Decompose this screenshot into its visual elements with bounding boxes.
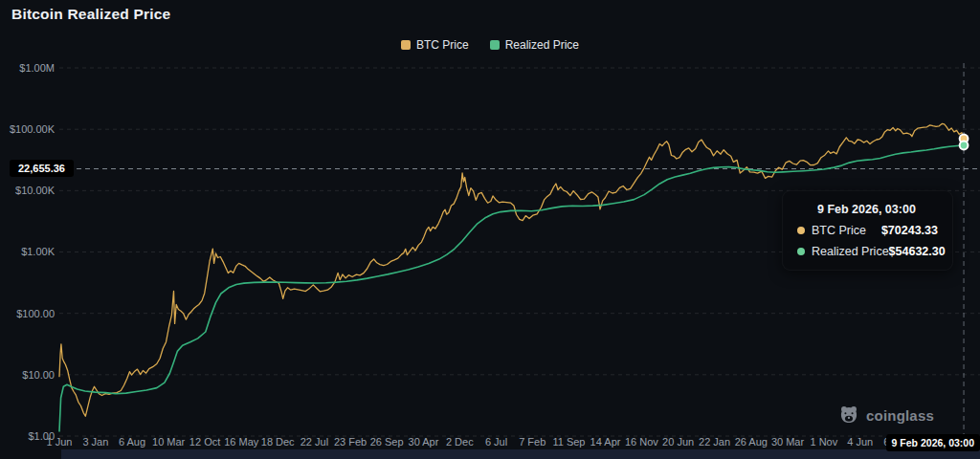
coinglass-bear-icon (838, 404, 859, 426)
svg-text:11 Sep: 11 Sep (552, 436, 585, 448)
svg-text:$100.00: $100.00 (16, 308, 55, 319)
tooltip-label-realized-price: Realized Price (812, 245, 889, 258)
svg-text:23 Feb: 23 Feb (334, 436, 367, 448)
svg-text:30 Mar: 30 Mar (771, 436, 805, 448)
svg-text:$10.00: $10.00 (22, 369, 55, 381)
svg-text:10 Mar: 10 Mar (152, 436, 186, 448)
svg-text:1 Nov: 1 Nov (811, 436, 838, 448)
svg-text:26 Aug: 26 Aug (735, 436, 768, 448)
svg-text:22 Jan: 22 Jan (699, 436, 730, 448)
tooltip-value-realized-price: $54632.30 (889, 245, 946, 258)
svg-text:1 Jun: 1 Jun (47, 436, 73, 448)
svg-text:20 Jun: 20 Jun (662, 436, 694, 448)
svg-text:2 Dec: 2 Dec (446, 436, 474, 448)
crosshair-y-badge: 22,655.36 (10, 160, 74, 177)
svg-text:7 Feb: 7 Feb (519, 436, 546, 448)
svg-text:3 Jan: 3 Jan (82, 436, 108, 448)
tooltip-label-btc-price: BTC Price (812, 224, 866, 237)
svg-text:$10.00K: $10.00K (15, 185, 56, 196)
svg-text:30 Apr: 30 Apr (409, 436, 439, 448)
svg-text:6 Aug: 6 Aug (119, 436, 145, 448)
svg-text:$1.00K: $1.00K (21, 246, 56, 257)
btc-price-dot-icon (797, 227, 805, 234)
svg-text:14 Apr: 14 Apr (590, 436, 621, 448)
crosshair-x-badge: 9 Feb 2026, 03:00 (886, 434, 980, 451)
svg-text:18 Dec: 18 Dec (261, 436, 295, 448)
svg-text:22 Jul: 22 Jul (301, 436, 328, 448)
tooltip-row-realized-price: Realized Price $54632.30 (797, 245, 938, 258)
svg-text:4 Jun: 4 Jun (847, 436, 873, 448)
svg-text:6 Jul: 6 Jul (485, 436, 507, 448)
svg-text:$100.00K: $100.00K (10, 123, 56, 135)
tooltip-date: 9 Feb 2026, 03:00 (817, 203, 938, 216)
svg-text:$1.00M: $1.00M (19, 62, 55, 74)
chart-tooltip: 9 Feb 2026, 03:00 BTC Price $70243.33 Re… (782, 190, 953, 271)
coinglass-logo-text: coinglass (866, 407, 934, 424)
realized-price-dot-icon (797, 248, 805, 255)
chart-panel: Bitcoin Realized Price BTC Price Realize… (0, 0, 980, 459)
svg-text:16 May: 16 May (224, 436, 259, 448)
tooltip-value-btc-price: $70243.33 (881, 224, 938, 237)
coinglass-watermark: coinglass (838, 404, 934, 426)
tooltip-row-btc-price: BTC Price $70243.33 (797, 224, 938, 237)
svg-text:26 Sep: 26 Sep (370, 436, 404, 448)
svg-text:16 Nov: 16 Nov (625, 436, 658, 448)
svg-text:12 Oct: 12 Oct (189, 436, 220, 448)
